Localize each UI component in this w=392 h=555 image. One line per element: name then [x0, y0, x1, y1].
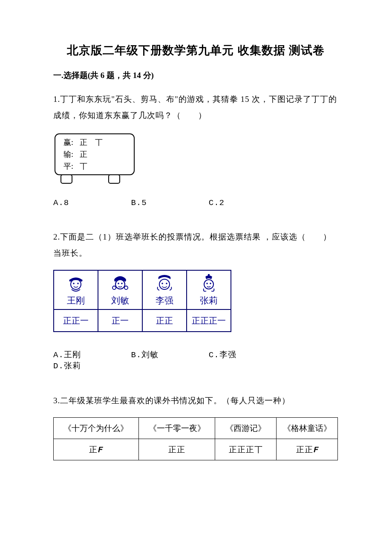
q2-candidate-2: 刘敏 — [98, 270, 142, 309]
svg-point-22 — [210, 283, 211, 284]
q2-option-c: C.李强 — [209, 349, 281, 360]
q3-book-2: 《一千零一夜》 — [138, 418, 215, 439]
svg-text:输:: 输: — [63, 150, 73, 159]
q1-win-label: 赢: — [63, 138, 73, 147]
q2-option-d: D.张莉 — [53, 360, 126, 371]
q2-candidate-1: 王刚 — [54, 270, 98, 309]
q3-book-1: 《十万个为什么》 — [54, 418, 139, 439]
q1-draw-label: 平: — [63, 162, 73, 171]
svg-point-11 — [77, 283, 79, 284]
svg-text:丅: 丅 — [80, 162, 87, 171]
face-icon — [155, 274, 174, 293]
svg-point-19 — [166, 283, 167, 284]
svg-point-20 — [204, 280, 213, 289]
page-content: 北京版二年级下册数学第九单元 收集数据 测试卷 一.选择题(共 6 题，共 14… — [0, 0, 392, 486]
q3-book-table: 《十万个为什么》 《一千零一夜》 《西游记》 《格林童话》 正𝙁 正正 正正正丅… — [53, 417, 338, 460]
q1-draw-marks: 丅 — [80, 162, 87, 171]
q2-name-3: 李强 — [143, 295, 186, 306]
q3-tally-2: 正正 — [138, 439, 215, 460]
q1-lose-label: 输: — [63, 150, 73, 159]
q2-candidate-4: 张莉 — [187, 270, 231, 309]
svg-text:赢:: 赢: — [63, 138, 73, 147]
svg-point-16 — [124, 286, 128, 289]
q2-tally-4: 正正正一 — [187, 309, 231, 332]
q1-option-b: B.5 — [131, 198, 203, 208]
svg-rect-1 — [61, 175, 72, 183]
svg-point-17 — [159, 279, 170, 289]
section-1-header: 一.选择题(共 6 题，共 14 分) — [53, 70, 339, 81]
q2-name-1: 王刚 — [54, 295, 98, 306]
svg-text:平:: 平: — [63, 162, 73, 171]
q2-name-2: 刘敏 — [98, 295, 142, 306]
question-3-text: 3.二年级某班学生最喜欢的课外书情况如下。（每人只选一种） — [53, 393, 339, 409]
q3-tally-3: 正正正丅 — [215, 439, 277, 460]
svg-point-14 — [121, 283, 123, 284]
q2-tally-3: 正正 — [142, 309, 187, 332]
svg-text:正: 正 — [80, 150, 87, 159]
svg-rect-2 — [109, 175, 120, 183]
face-icon — [111, 274, 130, 293]
svg-point-21 — [206, 283, 208, 284]
question-1-text: 1.丁丁和东东玩"石头、剪马、布"的游戏，其猜拳 15 次，下图记录了丁丁的成绩… — [53, 91, 339, 124]
svg-text:正　丅: 正 丅 — [80, 138, 103, 147]
q3-tally-4: 正正𝙁 — [277, 439, 338, 460]
face-icon — [199, 274, 218, 293]
q1-options: A.8 B.5 C.2 — [53, 198, 339, 208]
q1-lose-marks: 正 — [80, 150, 87, 159]
q2-option-a: A.王刚 — [53, 349, 126, 360]
svg-point-9 — [71, 279, 81, 289]
q2-option-b: B.刘敏 — [131, 349, 203, 360]
svg-point-13 — [118, 283, 119, 284]
q2-options: A.王刚 B.刘敏 C.李强 D.张莉 — [53, 349, 339, 371]
q1-option-a: A.8 — [53, 198, 126, 208]
q2-name-4: 张莉 — [187, 295, 231, 306]
svg-point-10 — [73, 283, 75, 284]
q1-win-marks: 正 丅 — [80, 138, 103, 147]
q2-candidate-3: 李强 — [142, 270, 187, 309]
q1-option-c: C.2 — [209, 198, 281, 208]
q2-tally-2: 正一 — [98, 309, 142, 332]
q2-vote-table: 王刚 刘敏 — [53, 270, 231, 332]
q3-book-4: 《格林童话》 — [277, 418, 338, 439]
q1-tally-diagram: 赢: 正 丅 输: 正 平: 丅 — [53, 132, 136, 185]
question-2-text: 2.下面是二（1）班选举班长的投票情况。根据选票结果 ，应该选（ ）当班长。 — [53, 229, 339, 261]
svg-point-18 — [161, 283, 163, 284]
svg-point-12 — [115, 280, 125, 289]
q3-tally-1: 正𝙁 — [54, 439, 139, 460]
q3-book-3: 《西游记》 — [215, 418, 277, 439]
q2-tally-1: 正正一 — [54, 309, 98, 332]
document-title: 北京版二年级下册数学第九单元 收集数据 测试卷 — [53, 43, 339, 58]
svg-point-15 — [112, 286, 116, 289]
face-icon — [66, 274, 85, 293]
